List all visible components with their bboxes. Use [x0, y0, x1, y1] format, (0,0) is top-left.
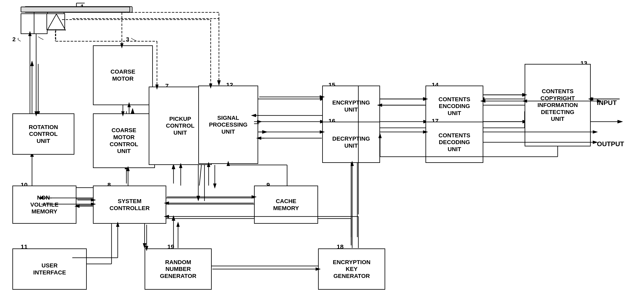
svg-marker-78 [143, 243, 146, 248]
coarse-motor-block: COARSEMOTOR [93, 45, 153, 105]
rotation-control-block: ROTATIONCONTROLUNIT [12, 113, 74, 155]
svg-marker-32 [262, 130, 268, 134]
svg-marker-82 [47, 14, 66, 30]
non-volatile-memory-block: NON-VOLATILEMEMORY [12, 186, 76, 224]
input-label: INPUT [597, 99, 617, 107]
svg-marker-5 [30, 61, 34, 66]
random-number-block: RANDOMNUMBERGENERATOR [144, 248, 212, 290]
svg-line-121 [199, 165, 202, 186]
svg-marker-11 [131, 108, 134, 113]
user-interface-block: USERINTERFACE [12, 248, 87, 290]
spindle-motor [21, 13, 48, 34]
label-2: 2 [12, 36, 16, 43]
cache-memory-block: CACHEMEMORY [254, 186, 318, 224]
svg-marker-125 [213, 183, 216, 189]
pickup-head [46, 13, 65, 30]
disc [21, 6, 130, 12]
diagram: 1 2 3 COARSEMOTOR 5 ROTATIONCONTROLUNIT … [0, 0, 644, 300]
svg-marker-28 [197, 196, 200, 201]
svg-marker-26 [217, 80, 220, 86]
signal-processing-block: SIGNALPROCESSINGUNIT [198, 86, 258, 164]
svg-marker-152 [593, 130, 598, 134]
encryption-key-block: ENCRYPTIONKEYGENERATOR [318, 248, 385, 290]
system-controller-block: SYSTEMCONTROLLER [93, 186, 166, 224]
output-label: OUTPUT [597, 140, 624, 148]
coarse-motor-control-block: COARSEMOTORCONTROLUNIT [93, 113, 155, 168]
svg-marker-72 [172, 215, 175, 221]
svg-marker-63 [618, 120, 623, 123]
contents-decoding-block: CONTENTSDECODINGUNIT [426, 122, 483, 163]
svg-marker-167 [176, 222, 180, 227]
label-3: 3 [126, 36, 129, 43]
contents-copyright-block: CONTENTSCOPYRIGHTINFORMATIONDETECTINGUNI… [524, 64, 591, 147]
decrypting-block: DECRYPTINGUNIT [322, 122, 380, 163]
